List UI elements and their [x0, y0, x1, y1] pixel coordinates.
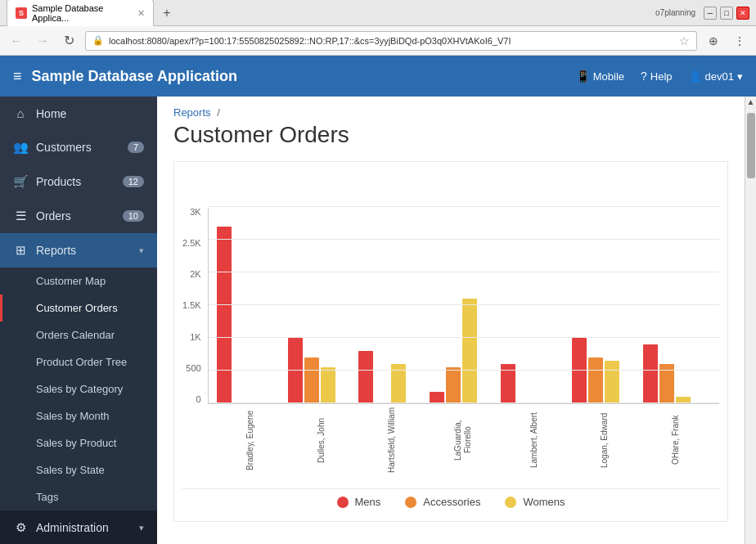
sidebar-subitem-customer-orders[interactable]: Customer Orders: [0, 294, 157, 321]
orders-label: Orders: [36, 209, 123, 223]
customer-group: [358, 351, 426, 403]
extensions-button[interactable]: ⊕: [704, 31, 723, 51]
mobile-button[interactable]: 📱 Mobile: [576, 70, 624, 83]
customers-badge: 7: [128, 142, 144, 153]
x-label: Dulles, John: [317, 407, 326, 473]
orders-icon: ☰: [13, 209, 28, 223]
products-label: Products: [36, 175, 123, 188]
reports-label: Reports: [36, 244, 139, 257]
user-menu[interactable]: 👤 dev01 ▾: [689, 70, 743, 83]
mens-bar: [572, 338, 587, 403]
reports-icon: ⊞: [13, 243, 28, 258]
womens-bar: [321, 367, 335, 403]
grid-line: [209, 304, 719, 305]
x-label: LaGuardia, Fiorello: [453, 407, 473, 473]
x-label-group: Hartsfield, William: [357, 407, 428, 475]
legend-dot-accessories: [405, 497, 416, 508]
scrollbar[interactable]: ▲: [745, 97, 756, 544]
products-icon: 🛒: [13, 174, 28, 189]
breadcrumb-reports-link[interactable]: Reports: [173, 106, 211, 119]
legend-dot-womens: [505, 497, 516, 508]
maximize-button[interactable]: □: [720, 7, 733, 20]
mens-bar: [288, 338, 303, 403]
legend-dot-mens: [337, 497, 349, 508]
url-text: localhost:8080/apex/f?p=100:17:555082502…: [109, 36, 674, 46]
sidebar-subitem-sales-by-state[interactable]: Sales by State: [0, 456, 157, 483]
hamburger-icon[interactable]: ≡: [13, 68, 22, 85]
grid-line: [209, 402, 719, 403]
reload-button[interactable]: ↻: [59, 33, 79, 48]
products-badge: 12: [123, 176, 144, 187]
x-label-group: OHare, Frank: [640, 407, 711, 475]
minimize-button[interactable]: ─: [704, 7, 717, 20]
x-label-group: Bradley, Eugene: [215, 407, 286, 475]
x-label: OHare, Frank: [671, 407, 681, 473]
chart-legend: MensAccessoriesWomens: [182, 488, 719, 508]
sidebar-subitem-product-order-tree[interactable]: Product Order Tree: [0, 348, 157, 375]
x-label: Bradley, Eugene: [245, 407, 255, 473]
tab-label: Sample Database Applica...: [32, 3, 129, 23]
y-label: 2.5K: [182, 239, 201, 248]
y-label: 3K: [182, 208, 201, 217]
help-icon: ?: [641, 70, 647, 83]
accessories-bar: [446, 367, 461, 403]
help-label: Help: [650, 70, 673, 83]
mens-bar: [430, 392, 444, 403]
scrollbar-thumb[interactable]: [747, 113, 755, 178]
tab-favicon: S: [16, 7, 27, 19]
sidebar-subitem-sales-by-month[interactable]: Sales by Month: [0, 402, 157, 429]
browser-menu-button[interactable]: ⋮: [730, 31, 749, 51]
grid-line: [209, 206, 719, 207]
header-actions: 📱 Mobile ? Help 👤 dev01 ▾: [576, 70, 743, 83]
help-button[interactable]: ? Help: [641, 70, 673, 83]
legend-label-mens: Mens: [355, 496, 381, 508]
customers-icon: 👥: [13, 140, 28, 155]
sidebar-subitem-tags[interactable]: Tags: [0, 483, 157, 510]
accessories-bar: [588, 357, 603, 403]
sidebar-item-home[interactable]: ⌂ Home: [0, 97, 157, 130]
home-label: Home: [36, 107, 144, 120]
address-bar-row: ← → ↻ 🔒 localhost:8080/apex/f?p=100:17:5…: [0, 26, 756, 56]
sidebar-item-products[interactable]: 🛒 Products 12: [0, 164, 157, 199]
chart-area: 3K2.5K2K1.5K1K5000: [182, 175, 719, 404]
page-title: Customer Orders: [157, 122, 745, 161]
x-label: Lambert, Albert: [529, 407, 539, 473]
forward-button[interactable]: →: [33, 34, 52, 48]
reports-submenu: Customer MapCustomer OrdersOrders Calend…: [0, 268, 157, 510]
app-title: Sample Database Application: [32, 68, 576, 85]
content-area: Reports / Customer Orders 3K2.5K2K1.5K1K…: [157, 97, 745, 544]
sidebar-subitem-sales-by-product[interactable]: Sales by Product: [0, 429, 157, 456]
x-label-group: LaGuardia, Fiorello: [428, 407, 499, 475]
womens-bar: [462, 299, 477, 403]
mobile-label: Mobile: [593, 70, 624, 83]
sidebar-item-reports[interactable]: ⊞ Reports ▾: [0, 233, 157, 268]
x-axis: Bradley, EugeneDulles, JohnHartsfield, W…: [182, 407, 719, 475]
scroll-up-button[interactable]: ▲: [747, 98, 755, 106]
sidebar: ⌂ Home 👥 Customers 7 🛒 Products 12 ☰ Ord…: [0, 97, 157, 544]
close-button[interactable]: ✕: [736, 7, 749, 20]
grid-line: [209, 337, 719, 338]
bookmark-icon[interactable]: ☆: [679, 34, 690, 47]
sidebar-subitem-orders-calendar[interactable]: Orders Calendar: [0, 321, 157, 348]
mens-bar: [643, 344, 658, 403]
sidebar-item-orders[interactable]: ☰ Orders 10: [0, 199, 157, 233]
legend-label-womens: Womens: [523, 496, 565, 508]
legend-item-accessories: Accessories: [405, 496, 480, 508]
breadcrumb-separator: /: [217, 106, 220, 119]
reports-chevron-icon: ▾: [139, 245, 144, 256]
user-chevron-icon: ▾: [737, 70, 743, 83]
grid-line: [209, 272, 719, 272]
sidebar-item-customers[interactable]: 👥 Customers 7: [0, 130, 157, 164]
user-icon: 👤: [689, 70, 702, 83]
sidebar-subitem-sales-by-category[interactable]: Sales by Category: [0, 375, 157, 402]
address-bar[interactable]: 🔒 localhost:8080/apex/f?p=100:17:5550825…: [85, 31, 697, 51]
sidebar-subitem-customer-map[interactable]: Customer Map: [0, 268, 157, 294]
x-label-group: Lambert, Albert: [498, 407, 569, 475]
tab-close-button[interactable]: ✕: [137, 8, 145, 19]
new-tab-button[interactable]: +: [157, 3, 177, 23]
grid-line: [209, 239, 719, 240]
customer-group: [217, 227, 285, 403]
back-button[interactable]: ←: [7, 34, 26, 48]
active-tab[interactable]: S Sample Database Applica... ✕: [7, 0, 154, 26]
sidebar-item-administration[interactable]: ⚙ Administration ▾: [0, 510, 157, 544]
